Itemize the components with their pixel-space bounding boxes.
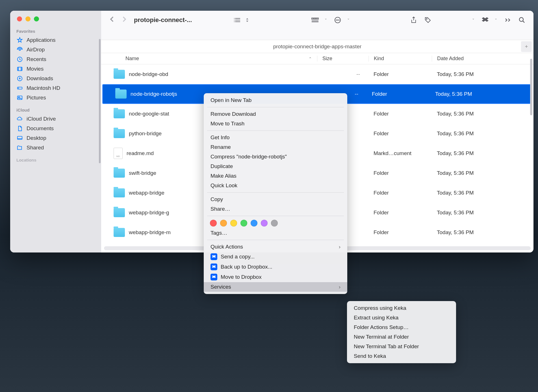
submenu-item-label: Folder Actions Setup… [354, 324, 409, 330]
column-kind[interactable]: Kind [368, 56, 432, 62]
menu-item[interactable]: Duplicate [204, 162, 347, 171]
menu-item[interactable]: Quick Look [204, 181, 347, 190]
sidebar-item-label: iCloud Drive [27, 116, 56, 122]
menu-item[interactable]: Rename [204, 142, 347, 152]
menu-item[interactable]: Move to Trash [204, 119, 347, 129]
tag-color[interactable] [240, 220, 247, 227]
svg-point-15 [337, 20, 338, 20]
sidebar-item-recents[interactable]: Recents [10, 55, 101, 64]
svg-point-17 [426, 19, 427, 19]
sidebar-item-desktop[interactable]: Desktop [10, 133, 101, 143]
menu-item[interactable]: Remove Download [204, 109, 347, 119]
submenu-item[interactable]: Compress using Keka [347, 303, 456, 313]
path-bar-text[interactable]: protopie-connect-bridge-apps-master [273, 43, 362, 50]
submenu-item-label: Compress using Keka [354, 305, 406, 311]
file-kind: Folder [368, 190, 432, 196]
chevron-down-icon[interactable]: ⌄ [494, 16, 497, 20]
search-button[interactable] [518, 16, 526, 24]
submenu-item-label: Send to Keka [354, 353, 386, 359]
chevron-right-icon: › [339, 284, 340, 290]
separator [207, 240, 344, 240]
view-mode-button[interactable] [233, 16, 241, 24]
back-button[interactable] [109, 16, 115, 22]
sidebar-item-label: Macintosh HD [27, 85, 60, 91]
chevron-down-icon[interactable]: ⌄ [347, 16, 350, 20]
menu-item-label: Send a copy... [221, 254, 255, 260]
dropbox-button[interactable] [481, 16, 489, 24]
view-options-icon[interactable] [244, 16, 251, 24]
tags-button[interactable] [424, 16, 431, 24]
sidebar-item-shared[interactable]: Shared [10, 143, 101, 153]
vertical-scrollbar[interactable] [530, 59, 532, 115]
file-name-cell: node-bridge-obd [101, 70, 317, 79]
sidebar-item-macintosh-hd[interactable]: Macintosh HD [10, 83, 101, 93]
submenu-item[interactable]: New Terminal Tab at Folder [347, 342, 456, 351]
share-button[interactable] [410, 16, 417, 24]
columns-header: Name⌃ Size Kind Date Added [101, 53, 533, 64]
menu-item[interactable]: Quick Actions› [204, 242, 347, 252]
file-size: -- [317, 71, 368, 77]
forward-button[interactable] [122, 16, 127, 22]
more-button[interactable] [504, 16, 511, 24]
submenu-item[interactable]: Folder Actions Setup… [347, 323, 456, 332]
submenu-item[interactable]: New Terminal at Folder [347, 332, 456, 342]
nav-arrows [109, 16, 127, 22]
sidebar-item-documents[interactable]: Documents [10, 124, 101, 133]
chevron-down-icon[interactable]: ⌄ [324, 16, 327, 20]
tag-color[interactable] [210, 220, 217, 227]
menu-item[interactable]: Send a copy... [204, 252, 347, 262]
file-row[interactable]: node-bridge-obd--FolderToday, 5:36 PM [101, 64, 533, 84]
folder-icon [114, 109, 125, 118]
tag-color[interactable] [220, 220, 227, 227]
column-name[interactable]: Name⌃ [101, 56, 317, 62]
separator [207, 216, 344, 216]
tag-color[interactable] [271, 220, 278, 227]
tag-color[interactable] [261, 220, 268, 227]
menu-item-label: Back up to Dropbox... [221, 264, 272, 270]
menu-item[interactable]: Open in New Tab [204, 95, 347, 105]
close-window-button[interactable] [17, 16, 22, 21]
sidebar-item-pictures[interactable]: Pictures [10, 93, 101, 103]
tag-color[interactable] [251, 220, 257, 227]
sidebar-item-icloud-drive[interactable]: iCloud Drive [10, 114, 101, 124]
submenu-item[interactable]: Extract using Keka [347, 313, 456, 323]
file-date: Today, 5:36 PM [432, 150, 533, 156]
menu-item[interactable]: Copy [204, 195, 347, 204]
tag-color[interactable] [230, 220, 237, 227]
svg-point-5 [18, 88, 19, 88]
file-date: Today, 5:36 PM [430, 91, 532, 97]
folder-icon [114, 228, 125, 237]
sidebar-item-movies[interactable]: Movies [10, 64, 101, 74]
zoom-window-button[interactable] [34, 16, 39, 21]
sidebar-item-label: Pictures [27, 95, 46, 101]
minimize-window-button[interactable] [25, 16, 31, 21]
menu-item[interactable]: Make Alias [204, 171, 347, 181]
menu-item-label: Tags… [211, 230, 227, 236]
group-button[interactable] [311, 16, 319, 24]
svg-point-16 [339, 20, 339, 20]
menu-item[interactable]: Back up to Dropbox... [204, 262, 347, 272]
menu-item[interactable]: Move to Dropbox [204, 272, 347, 282]
sidebar-item-downloads[interactable]: Downloads [10, 74, 101, 83]
menu-item[interactable]: Compress "node-bridge-robotjs" [204, 152, 347, 162]
menu-item-label: Open in New Tab [211, 97, 251, 103]
menu-item[interactable]: Get Info [204, 133, 347, 142]
sidebar-scrollbar[interactable] [99, 39, 101, 163]
file-name: webapp-bridge-g [129, 210, 169, 216]
dropbox-icon [211, 253, 217, 260]
sidebar-item-airdrop[interactable]: AirDrop [10, 45, 101, 55]
svg-rect-2 [18, 67, 22, 71]
file-date: Today, 5:36 PM [432, 210, 533, 216]
desktop-icon [16, 135, 23, 141]
column-size[interactable]: Size [317, 56, 368, 62]
sidebar-item-label: Applications [27, 37, 55, 43]
column-date[interactable]: Date Added [432, 56, 533, 62]
action-button[interactable] [334, 16, 341, 24]
add-tab-button[interactable]: + [521, 41, 532, 52]
menu-item[interactable]: Services› [204, 282, 347, 292]
submenu-item[interactable]: Send to Keka [347, 351, 456, 361]
menu-item[interactable]: Tags… [204, 228, 347, 238]
chevron-down-icon[interactable]: ⌄ [472, 16, 475, 20]
sidebar-item-applications[interactable]: Applications [10, 35, 101, 45]
menu-item[interactable]: Share… [204, 204, 347, 214]
